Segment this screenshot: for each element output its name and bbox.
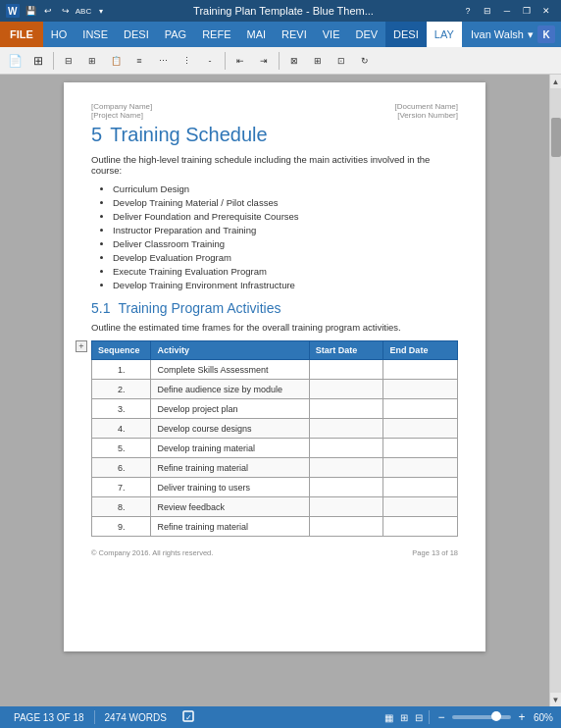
undo-arrow-icon[interactable]: ↪ — [59, 4, 73, 18]
tab-review[interactable]: REVI — [274, 22, 315, 47]
page-count[interactable]: PAGE 13 OF 18 — [8, 712, 90, 723]
tab-design[interactable]: DESI — [116, 22, 157, 47]
svg-text:W: W — [8, 6, 18, 17]
minimize-button[interactable]: ─ — [498, 4, 516, 18]
tab-mailings[interactable]: MAI — [238, 22, 274, 47]
seq-cell: 1. — [92, 360, 151, 380]
svg-text:✓: ✓ — [185, 713, 192, 722]
user-avatar[interactable]: K — [537, 26, 555, 43]
indent-right-btn[interactable]: ⇥ — [253, 50, 275, 72]
start-date-cell — [309, 380, 383, 399]
print-view-icon[interactable]: ▦ — [382, 712, 395, 723]
end-date-cell — [383, 380, 458, 399]
table-row: 2. Define audience size by module — [92, 380, 458, 399]
scroll-down[interactable]: ▼ — [550, 693, 561, 706]
end-date-cell — [383, 439, 458, 458]
arrange-btn[interactable]: ⊠ — [283, 50, 305, 72]
rotate-btn[interactable]: ↻ — [354, 50, 376, 72]
columns-btn[interactable]: ≡ — [128, 50, 150, 72]
activity-cell: Refine training material — [151, 458, 309, 478]
add-row-button[interactable]: + — [76, 340, 87, 352]
group-btn[interactable]: ⊡ — [331, 50, 352, 72]
seq-cell: 8. — [92, 497, 151, 517]
document-page: [Company Name] [Project Name] [Document … — [64, 82, 485, 651]
list-item: Develop Evaluation Program — [113, 252, 458, 263]
tab-design2[interactable]: DESI — [385, 22, 427, 47]
scrollbar[interactable]: ▲ ▼ — [549, 75, 561, 706]
list-item: Deliver Foundation and Prerequisite Cour… — [113, 211, 458, 222]
seq-cell: 2. — [92, 380, 151, 399]
tab-view[interactable]: VIE — [315, 22, 348, 47]
zoom-thumb[interactable] — [491, 711, 501, 721]
indent-left-btn[interactable]: ⇤ — [230, 50, 251, 72]
close-button[interactable]: ✕ — [537, 4, 555, 18]
zoom-in-btn[interactable]: + — [514, 710, 530, 724]
section-51-number: 5.1 — [91, 300, 110, 316]
section-5-intro: Outline the high-level training schedule… — [91, 154, 458, 176]
tab-file[interactable]: FILE — [0, 22, 43, 47]
zoom-out-btn[interactable]: − — [434, 710, 449, 724]
activity-cell: Develop project plan — [151, 399, 309, 419]
scroll-track[interactable] — [550, 88, 561, 693]
col-end-date: End Date — [383, 341, 458, 360]
proofing-icon[interactable]: ✓ — [177, 709, 204, 725]
read-view-icon[interactable]: ⊟ — [413, 712, 425, 723]
tab-page[interactable]: PAG — [157, 22, 194, 47]
ribbon-toggle[interactable]: ⊟ — [479, 4, 496, 18]
undo-icon[interactable]: ↩ — [41, 4, 55, 18]
table-row: 9. Refine training material — [92, 517, 458, 537]
zoom-track[interactable] — [452, 715, 511, 719]
web-view-icon[interactable]: ⊞ — [398, 712, 410, 723]
toolbar-btn-2[interactable]: ⊞ — [27, 50, 49, 72]
table-row: 7. Deliver training to users — [92, 478, 458, 497]
title-text: Training Plan Template - Blue Them... — [193, 5, 374, 17]
table-row: 4. Develop course designs — [92, 419, 458, 439]
scroll-thumb[interactable] — [551, 118, 561, 157]
scroll-up[interactable]: ▲ — [550, 75, 561, 88]
status-bar: PAGE 13 OF 18 2474 WORDS ✓ ▦ ⊞ ⊟ − + 60% — [0, 706, 561, 728]
page-footer: © Company 2016. All rights reserved. Pag… — [91, 548, 458, 557]
company-name: [Company Name] — [91, 102, 152, 111]
help-button[interactable]: ? — [459, 4, 477, 18]
save-icon[interactable]: 💾 — [24, 4, 37, 18]
margins-btn[interactable]: ⊟ — [58, 50, 79, 72]
bullet-list: Curriculum Design Develop Training Mater… — [91, 183, 458, 290]
lineno-btn[interactable]: ⋮ — [176, 50, 197, 72]
seq-cell: 9. — [92, 517, 151, 537]
table-row: 3. Develop project plan — [92, 399, 458, 419]
tab-references[interactable]: REFE — [194, 22, 238, 47]
start-date-cell — [309, 517, 383, 537]
customize-icon[interactable]: ▾ — [94, 4, 108, 18]
seq-cell: 4. — [92, 419, 151, 439]
toolbar-sep-3 — [279, 52, 280, 70]
align-btn[interactable]: ⊞ — [307, 50, 329, 72]
doc-name: [Document Name] — [395, 102, 458, 111]
end-date-cell — [383, 360, 458, 380]
breaks-btn[interactable]: ⋯ — [152, 50, 174, 72]
start-date-cell — [309, 399, 383, 419]
version-number: [Version Number] — [397, 111, 458, 120]
col-start-date: Start Date — [309, 341, 383, 360]
spelling-icon[interactable]: ABC — [76, 4, 90, 18]
ribbon-tabs: FILE HO INSE DESI PAG REFE MAI REVI VIE … — [0, 22, 561, 47]
restore-button[interactable]: ❐ — [518, 4, 536, 18]
zoom-percent[interactable]: 60% — [534, 712, 553, 723]
col-sequence: Sequence — [92, 341, 151, 360]
tab-home[interactable]: HO — [43, 22, 76, 47]
tab-layout[interactable]: LAY — [427, 22, 462, 47]
orientation-btn[interactable]: ⊞ — [81, 50, 103, 72]
toolbar-btn-1[interactable]: 📄 — [4, 50, 26, 72]
section-5-title: Training Schedule — [110, 124, 267, 146]
document-container[interactable]: [Company Name] [Project Name] [Document … — [0, 75, 549, 706]
word-count[interactable]: 2474 WORDS — [99, 712, 173, 723]
size-btn[interactable]: 📋 — [105, 50, 127, 72]
tab-insert[interactable]: INSE — [75, 22, 116, 47]
activity-cell: Define audience size by module — [151, 380, 309, 399]
tab-developer[interactable]: DEV — [347, 22, 385, 47]
section-5-heading: 5 Training Schedule — [91, 124, 458, 146]
hyphen-btn[interactable]: - — [199, 50, 221, 72]
word-icon: W — [6, 4, 20, 18]
title-controls[interactable]: ? ⊟ ─ ❐ ✕ — [459, 4, 555, 18]
end-date-cell — [383, 458, 458, 478]
end-date-cell — [383, 419, 458, 439]
